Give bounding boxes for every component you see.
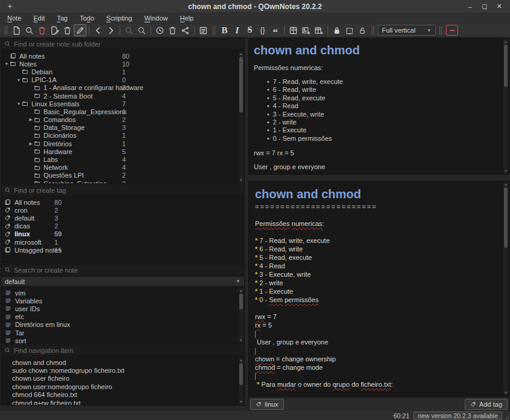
subfolder-search-input[interactable] <box>14 40 241 48</box>
note-list-item[interactable]: user IDs <box>1 305 244 312</box>
lock-button[interactable] <box>331 24 343 36</box>
toolbar-grip[interactable] <box>5 26 7 35</box>
tree-item[interactable]: 2 - Sistema Boot4 <box>1 92 244 100</box>
panel-splitter[interactable] <box>248 175 510 180</box>
toolbar-grip[interactable] <box>213 26 215 35</box>
minimize-button[interactable]: – <box>464 2 476 11</box>
bold-button[interactable]: B <box>218 24 231 36</box>
tag-item[interactable]: cron2 <box>1 206 244 214</box>
note-list-item[interactable]: Diretórios em linux <box>1 321 244 329</box>
note-history-button[interactable] <box>153 24 166 36</box>
navigation-item[interactable]: sudo chown :nomedogrupo ficheiro.txt <box>1 366 244 374</box>
maximize-button[interactable]: ◻ <box>479 2 491 11</box>
close-button[interactable]: ✕ <box>493 2 505 11</box>
note-tag-chip[interactable]: linux <box>250 399 284 410</box>
tree-item[interactable]: Hardware5 <box>1 147 244 155</box>
replace-in-note-button[interactable] <box>135 24 148 36</box>
navigation-item[interactable]: chown user:nomedogrupo ficheiro <box>1 383 244 390</box>
tree-item[interactable]: Dicionários1 <box>1 132 244 140</box>
tag-search-input[interactable] <box>14 187 241 194</box>
unlock-button[interactable] <box>356 24 369 36</box>
navigation-search-input[interactable] <box>14 347 241 354</box>
menu-scripting[interactable]: Scripting <box>106 15 132 22</box>
scrollbar[interactable]: ▲▼ <box>238 51 244 183</box>
add-tag-button[interactable]: Add tag <box>465 399 508 410</box>
tag-item[interactable]: microsoft1 <box>1 238 244 246</box>
tag-item[interactable]: linux59 <box>1 230 244 238</box>
expand-arrow-icon[interactable]: ▼ <box>4 62 10 66</box>
trashed-notes-button[interactable] <box>166 24 179 36</box>
quote-button[interactable]: “ <box>269 24 282 36</box>
insert-image-button[interactable] <box>300 24 312 36</box>
navigation-item[interactable]: chmod q+rw ficheiro.txt <box>1 399 244 405</box>
update-available-button[interactable]: new version 20.2.3 available <box>413 412 502 420</box>
expand-arrow-icon[interactable]: ▼ <box>16 102 22 106</box>
forward-button[interactable] <box>105 24 117 36</box>
tree-item[interactable]: Network4 <box>1 164 244 172</box>
edit-mode-button[interactable] <box>74 24 86 36</box>
tag-item[interactable]: Untagged notes15 <box>1 246 244 254</box>
expand-arrow-icon[interactable]: ▶ <box>28 117 34 122</box>
menu-tag[interactable]: Tag <box>57 15 68 22</box>
note-edit-panel[interactable]: chown and chmod======================== … <box>248 181 509 396</box>
new-note-button[interactable] <box>10 24 23 36</box>
todo-list-button[interactable] <box>197 24 210 36</box>
share-note-button[interactable] <box>179 24 192 36</box>
remove-note-button[interactable] <box>36 24 48 36</box>
tree-item[interactable]: ▼Linux Essentials7 <box>1 100 244 108</box>
find-in-note-button[interactable] <box>123 24 135 36</box>
menu-window[interactable]: Window <box>144 15 168 22</box>
note-list-item[interactable]: etc <box>1 313 244 321</box>
italic-button[interactable]: I <box>231 24 244 36</box>
trash-note-button[interactable] <box>61 24 74 36</box>
scrollbar[interactable]: ▲▼ <box>238 358 244 404</box>
rename-note-button[interactable] <box>48 24 61 36</box>
tree-item[interactable]: ▶Comandos2 <box>1 116 244 124</box>
tree-item[interactable]: ▼Notes10 <box>1 60 244 68</box>
tree-item[interactable]: ▶Diretórios1 <box>1 140 244 147</box>
note-list-item[interactable]: Tar <box>1 329 244 337</box>
insert-link-button[interactable] <box>287 24 300 36</box>
note-search-input[interactable] <box>14 267 241 274</box>
toolbar-grip[interactable] <box>372 26 374 35</box>
scrollbar[interactable]: ▲▼ <box>503 39 508 173</box>
scrollbar[interactable]: ▲▼ <box>503 182 508 395</box>
search-note-button[interactable] <box>23 24 36 36</box>
expand-arrow-icon[interactable]: ▼ <box>16 78 22 82</box>
menu-todo[interactable]: Todo <box>80 15 94 22</box>
tree-item[interactable]: Data_Storage3 <box>1 124 244 132</box>
expand-arrow-icon[interactable]: ▶ <box>28 141 34 146</box>
tree-item[interactable]: Basic_Regular_Expressions1 <box>1 108 244 115</box>
tag-item[interactable]: default3 <box>1 214 244 222</box>
insert-table-button[interactable] <box>312 24 325 36</box>
toolbar-grip[interactable] <box>439 26 442 35</box>
note-list-item[interactable]: sort <box>1 337 244 344</box>
resize-grip[interactable] <box>504 414 509 419</box>
note-list-item[interactable]: Variables <box>1 297 244 305</box>
tag-item[interactable]: dicas2 <box>1 222 244 230</box>
navigation-item[interactable]: chown user ficheiro <box>1 375 244 383</box>
tree-item[interactable]: Searching_Extracting2 <box>1 179 244 184</box>
scrollbar[interactable]: ▲▼ <box>238 288 244 343</box>
navigation-item-label: chmod q+rw ficheiro.txt <box>12 399 80 405</box>
remove-workspace-button[interactable] <box>446 25 458 36</box>
strikethrough-button[interactable]: S <box>244 24 256 36</box>
menu-note[interactable]: Note <box>7 15 21 22</box>
dock-button[interactable] <box>343 24 356 36</box>
tree-item[interactable]: Questões LPI2 <box>1 172 244 179</box>
tree-item[interactable]: All notes80 <box>1 52 244 60</box>
navigation-item[interactable]: chown and chmod <box>1 358 244 366</box>
tree-item[interactable]: Debian1 <box>1 68 244 76</box>
back-button[interactable] <box>92 24 105 36</box>
note-list-item[interactable]: vim <box>1 289 244 297</box>
navigation-item[interactable]: chmod 664 ficheiro.txt <box>1 391 244 399</box>
menu-edit[interactable]: Edit <box>33 15 45 22</box>
note-sort-selector[interactable]: default ▼ <box>1 276 245 286</box>
code-button[interactable]: {} <box>256 24 269 36</box>
tree-item[interactable]: Labs4 <box>1 155 244 163</box>
tag-item[interactable]: All notes80 <box>1 198 244 206</box>
workspace-selector[interactable]: Full vertical▼ <box>378 25 436 36</box>
menu-help[interactable]: Help <box>180 15 194 22</box>
tree-item[interactable]: 1 - Analisar e configurar hardware3 <box>1 84 244 92</box>
tree-item[interactable]: ▼LPIC-1A0 <box>1 76 244 84</box>
